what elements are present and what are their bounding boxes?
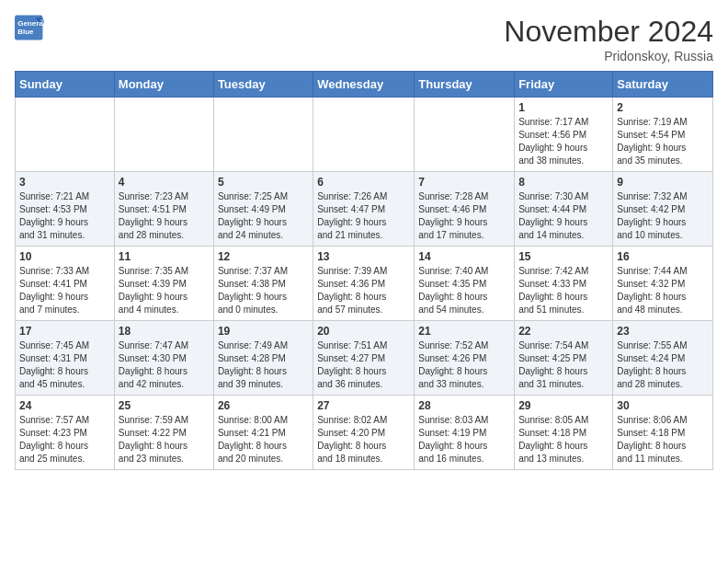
column-header-saturday: Saturday	[613, 72, 713, 98]
column-header-thursday: Thursday	[415, 72, 515, 98]
day-number: 27	[317, 399, 410, 412]
calendar-cell	[415, 98, 515, 172]
day-info: Sunrise: 7:19 AM Sunset: 4:54 PM Dayligh…	[617, 116, 709, 167]
day-number: 25	[119, 399, 210, 412]
calendar-cell: 10Sunrise: 7:33 AM Sunset: 4:41 PM Dayli…	[16, 247, 115, 321]
calendar-cell	[16, 98, 115, 172]
day-number: 14	[418, 250, 510, 263]
logo: General Blue	[15, 15, 48, 40]
day-info: Sunrise: 7:57 AM Sunset: 4:23 PM Dayligh…	[19, 414, 110, 465]
day-number: 16	[617, 250, 709, 263]
calendar-cell: 2Sunrise: 7:19 AM Sunset: 4:54 PM Daylig…	[613, 98, 713, 172]
column-header-monday: Monday	[114, 72, 213, 98]
day-number: 24	[19, 399, 110, 412]
calendar-cell: 9Sunrise: 7:32 AM Sunset: 4:42 PM Daylig…	[613, 172, 713, 247]
title-block: November 2024 Pridonskoy, Russia	[504, 15, 713, 63]
day-info: Sunrise: 7:40 AM Sunset: 4:35 PM Dayligh…	[418, 265, 510, 316]
calendar-cell: 16Sunrise: 7:44 AM Sunset: 4:32 PM Dayli…	[613, 247, 713, 321]
day-number: 6	[317, 176, 410, 189]
day-number: 20	[317, 325, 410, 338]
calendar-cell	[313, 98, 415, 172]
calendar-cell: 28Sunrise: 8:03 AM Sunset: 4:19 PM Dayli…	[415, 396, 515, 470]
calendar-header-row: SundayMondayTuesdayWednesdayThursdayFrid…	[16, 72, 713, 98]
day-info: Sunrise: 7:44 AM Sunset: 4:32 PM Dayligh…	[617, 265, 709, 316]
day-info: Sunrise: 7:21 AM Sunset: 4:53 PM Dayligh…	[19, 190, 110, 242]
day-number: 4	[119, 176, 210, 189]
day-info: Sunrise: 7:28 AM Sunset: 4:46 PM Dayligh…	[418, 190, 510, 242]
calendar-week-row: 10Sunrise: 7:33 AM Sunset: 4:41 PM Dayli…	[16, 247, 713, 321]
day-number: 21	[418, 325, 510, 338]
calendar-cell: 18Sunrise: 7:47 AM Sunset: 4:30 PM Dayli…	[114, 321, 213, 396]
day-info: Sunrise: 7:51 AM Sunset: 4:27 PM Dayligh…	[317, 339, 410, 391]
day-number: 15	[518, 250, 609, 263]
day-number: 22	[518, 325, 609, 338]
day-number: 5	[218, 176, 309, 189]
day-info: Sunrise: 8:00 AM Sunset: 4:21 PM Dayligh…	[218, 414, 309, 465]
day-info: Sunrise: 8:05 AM Sunset: 4:18 PM Dayligh…	[518, 414, 609, 465]
calendar-cell: 21Sunrise: 7:52 AM Sunset: 4:26 PM Dayli…	[415, 321, 515, 396]
calendar-cell: 26Sunrise: 8:00 AM Sunset: 4:21 PM Dayli…	[213, 396, 313, 470]
calendar-cell: 4Sunrise: 7:23 AM Sunset: 4:51 PM Daylig…	[114, 172, 213, 247]
column-header-friday: Friday	[515, 72, 613, 98]
day-number: 23	[617, 325, 709, 338]
calendar-cell: 25Sunrise: 7:59 AM Sunset: 4:22 PM Dayli…	[114, 396, 213, 470]
calendar-cell: 24Sunrise: 7:57 AM Sunset: 4:23 PM Dayli…	[16, 396, 115, 470]
day-info: Sunrise: 7:54 AM Sunset: 4:25 PM Dayligh…	[518, 339, 609, 391]
calendar-cell: 20Sunrise: 7:51 AM Sunset: 4:27 PM Dayli…	[313, 321, 415, 396]
calendar-cell: 13Sunrise: 7:39 AM Sunset: 4:36 PM Dayli…	[313, 247, 415, 321]
calendar-week-row: 24Sunrise: 7:57 AM Sunset: 4:23 PM Dayli…	[16, 396, 713, 470]
day-info: Sunrise: 7:42 AM Sunset: 4:33 PM Dayligh…	[518, 265, 609, 316]
day-info: Sunrise: 7:37 AM Sunset: 4:38 PM Dayligh…	[218, 265, 309, 316]
day-number: 30	[617, 399, 709, 412]
calendar-cell: 22Sunrise: 7:54 AM Sunset: 4:25 PM Dayli…	[515, 321, 613, 396]
day-info: Sunrise: 7:52 AM Sunset: 4:26 PM Dayligh…	[418, 339, 510, 391]
calendar-cell: 23Sunrise: 7:55 AM Sunset: 4:24 PM Dayli…	[613, 321, 713, 396]
svg-text:General: General	[17, 19, 44, 28]
day-number: 9	[617, 176, 709, 189]
calendar-week-row: 1Sunrise: 7:17 AM Sunset: 4:56 PM Daylig…	[16, 98, 713, 172]
calendar-cell: 6Sunrise: 7:26 AM Sunset: 4:47 PM Daylig…	[313, 172, 415, 247]
calendar-cell: 1Sunrise: 7:17 AM Sunset: 4:56 PM Daylig…	[515, 98, 613, 172]
calendar-cell: 11Sunrise: 7:35 AM Sunset: 4:39 PM Dayli…	[114, 247, 213, 321]
day-info: Sunrise: 7:35 AM Sunset: 4:39 PM Dayligh…	[119, 265, 210, 316]
calendar-cell	[213, 98, 313, 172]
logo-icon: General Blue	[15, 15, 44, 40]
day-number: 29	[518, 399, 609, 412]
day-info: Sunrise: 7:59 AM Sunset: 4:22 PM Dayligh…	[119, 414, 210, 465]
calendar-cell: 5Sunrise: 7:25 AM Sunset: 4:49 PM Daylig…	[213, 172, 313, 247]
calendar-cell: 14Sunrise: 7:40 AM Sunset: 4:35 PM Dayli…	[415, 247, 515, 321]
calendar-cell: 19Sunrise: 7:49 AM Sunset: 4:28 PM Dayli…	[213, 321, 313, 396]
day-number: 11	[119, 250, 210, 263]
day-number: 12	[218, 250, 309, 263]
day-number: 18	[119, 325, 210, 338]
calendar-week-row: 3Sunrise: 7:21 AM Sunset: 4:53 PM Daylig…	[16, 172, 713, 247]
calendar-cell: 30Sunrise: 8:06 AM Sunset: 4:18 PM Dayli…	[613, 396, 713, 470]
column-header-wednesday: Wednesday	[313, 72, 415, 98]
day-info: Sunrise: 8:02 AM Sunset: 4:20 PM Dayligh…	[317, 414, 410, 465]
day-number: 17	[19, 325, 110, 338]
calendar-week-row: 17Sunrise: 7:45 AM Sunset: 4:31 PM Dayli…	[16, 321, 713, 396]
day-info: Sunrise: 7:32 AM Sunset: 4:42 PM Dayligh…	[617, 190, 709, 242]
day-info: Sunrise: 7:55 AM Sunset: 4:24 PM Dayligh…	[617, 339, 709, 391]
calendar-cell: 7Sunrise: 7:28 AM Sunset: 4:46 PM Daylig…	[415, 172, 515, 247]
calendar-cell: 12Sunrise: 7:37 AM Sunset: 4:38 PM Dayli…	[213, 247, 313, 321]
calendar-cell: 15Sunrise: 7:42 AM Sunset: 4:33 PM Dayli…	[515, 247, 613, 321]
day-number: 28	[418, 399, 510, 412]
calendar-cell: 8Sunrise: 7:30 AM Sunset: 4:44 PM Daylig…	[515, 172, 613, 247]
day-number: 7	[418, 176, 510, 189]
day-info: Sunrise: 7:23 AM Sunset: 4:51 PM Dayligh…	[119, 190, 210, 242]
column-header-tuesday: Tuesday	[213, 72, 313, 98]
column-header-sunday: Sunday	[16, 72, 115, 98]
day-number: 10	[19, 250, 110, 263]
day-info: Sunrise: 7:30 AM Sunset: 4:44 PM Dayligh…	[518, 190, 609, 242]
day-number: 1	[518, 101, 609, 114]
location: Pridonskoy, Russia	[504, 49, 713, 63]
day-info: Sunrise: 7:47 AM Sunset: 4:30 PM Dayligh…	[119, 339, 210, 391]
day-info: Sunrise: 8:06 AM Sunset: 4:18 PM Dayligh…	[617, 414, 709, 465]
day-info: Sunrise: 7:45 AM Sunset: 4:31 PM Dayligh…	[19, 339, 110, 391]
day-number: 2	[617, 101, 709, 114]
day-number: 13	[317, 250, 410, 263]
day-number: 26	[218, 399, 309, 412]
day-info: Sunrise: 7:25 AM Sunset: 4:49 PM Dayligh…	[218, 190, 309, 242]
calendar-table: SundayMondayTuesdayWednesdayThursdayFrid…	[15, 71, 713, 470]
